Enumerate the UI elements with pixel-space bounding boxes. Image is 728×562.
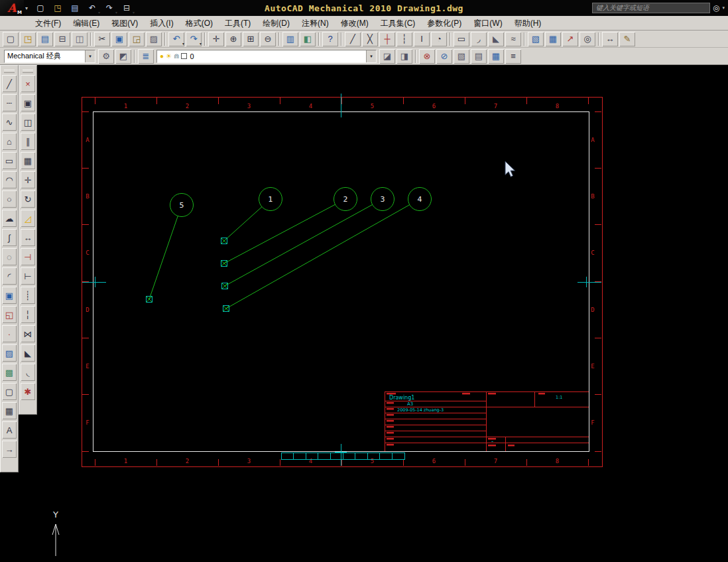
ellipse-arc-button[interactable]: ◜ — [2, 267, 17, 285]
undo-button[interactable]: ↶▾ — [168, 32, 184, 46]
menu-draw[interactable]: 绘制(D) — [257, 16, 296, 31]
mirror-button[interactable]: ◫ — [21, 113, 35, 131]
balloon-1[interactable]: 1 — [221, 188, 282, 244]
search-options-arrow-icon[interactable]: ▾ — [722, 5, 725, 11]
am-structure-button[interactable]: ▤ — [471, 49, 487, 64]
menu-view[interactable]: 视图(V) — [105, 16, 144, 31]
am-line-button[interactable]: ╱ — [345, 32, 361, 46]
layer-combo[interactable]: ● ☀ ⋒ 0 ▾ — [156, 50, 377, 63]
qat-undo-button[interactable]: ↶▾ — [84, 1, 100, 15]
balloon-2[interactable]: 2 — [221, 188, 357, 267]
am-leader-button[interactable]: ↗ — [562, 32, 578, 46]
design-center-button[interactable]: ◧ — [300, 32, 316, 46]
construction-line-button[interactable]: ┄ — [2, 94, 17, 111]
menu-file[interactable]: 文件(F) — [29, 16, 67, 31]
save-button[interactable]: ▤ — [37, 32, 53, 46]
break-button[interactable]: ╎ — [21, 306, 35, 323]
am-parts-list-button[interactable]: ▦ — [488, 49, 504, 64]
array-button[interactable]: ▦ — [21, 152, 35, 169]
layer-combo-arrow-icon[interactable]: ▾ — [366, 50, 376, 62]
am-symmetry-line-button[interactable]: ╳ — [362, 32, 378, 46]
qat-new-button[interactable]: ▢ — [32, 1, 48, 15]
am-rectangle-button[interactable]: ▭ — [454, 32, 469, 46]
workspace-combo[interactable]: Mechanical 经典 ▾ — [4, 50, 95, 63]
layer-freeze-icon[interactable]: ☀ — [166, 52, 172, 60]
polyline-button[interactable]: ∿ — [2, 113, 17, 131]
copy-button[interactable]: ▣ — [111, 32, 127, 46]
fillet-button[interactable]: ◟ — [21, 364, 35, 381]
rectangle-button[interactable]: ▭ — [2, 152, 17, 169]
workspace-combo-arrow-icon[interactable]: ▾ — [85, 50, 95, 62]
layer-properties-manager-button[interactable]: ≣ — [138, 49, 154, 64]
hatch-button[interactable]: ▨ — [2, 344, 17, 362]
zoom-realtime-button[interactable]: ⊕ — [225, 32, 241, 46]
am-construction-line-button[interactable]: ┆ — [396, 32, 412, 46]
move-button[interactable]: ✛ — [21, 171, 35, 188]
menu-edit[interactable]: 编辑(E) — [67, 16, 105, 31]
menu-format[interactable]: 格式(O) — [180, 16, 219, 31]
match-properties-button[interactable]: ▨ — [146, 32, 162, 46]
app-logo-button[interactable]: A M — [0, 0, 24, 16]
plot-preview-button[interactable]: ◫ — [72, 32, 88, 46]
ellipse-button[interactable]: ◌ — [2, 248, 17, 265]
workspace-settings-button[interactable]: ⚙ — [98, 49, 114, 64]
pan-button[interactable]: ✛ — [208, 32, 224, 46]
new-button[interactable]: ▢ — [3, 32, 19, 46]
am-power-dimension-button[interactable]: ↔ — [602, 32, 618, 46]
menu-window[interactable]: 窗口(W) — [467, 16, 508, 31]
help-button[interactable]: ? — [322, 32, 338, 46]
arc-button[interactable]: ◠ — [2, 171, 17, 188]
join-button[interactable]: ⋈ — [21, 325, 35, 342]
chamfer-button[interactable]: ◣ — [21, 344, 35, 362]
balloon-5[interactable]: 5 — [147, 194, 194, 303]
make-block-button[interactable]: ◱ — [2, 306, 17, 323]
am-chamfer-button[interactable]: ◣ — [488, 32, 504, 46]
balloon-3[interactable]: 3 — [222, 188, 394, 289]
workspace-save-button[interactable]: ◩ — [115, 49, 131, 64]
point-button[interactable]: ∙ — [2, 325, 17, 342]
zoom-previous-button[interactable]: ⊖ — [260, 32, 276, 46]
layer-color-swatch[interactable] — [181, 53, 187, 59]
layer-lock-icon[interactable]: ⋒ — [174, 52, 179, 60]
am-hatch-ansi37-button[interactable]: ▦ — [545, 32, 561, 46]
revision-cloud-button[interactable]: ☁ — [2, 210, 17, 227]
menu-tools[interactable]: 工具(T) — [219, 16, 257, 31]
menu-content[interactable]: 工具集(C) — [375, 16, 422, 31]
menu-insert[interactable]: 插入(I) — [144, 16, 179, 31]
am-mechanical-options-button[interactable]: ⊗ — [419, 49, 435, 64]
scale-button[interactable]: ◿ — [21, 210, 35, 227]
region-button[interactable]: ▢ — [2, 383, 17, 400]
menu-parametric[interactable]: 参数化(P) — [421, 16, 467, 31]
redo-button[interactable]: ↷▾ — [186, 32, 202, 46]
gradient-button[interactable]: ▩ — [2, 364, 17, 381]
table-button[interactable]: ▦ — [2, 402, 17, 419]
am-bom-button[interactable]: ≡ — [505, 49, 521, 64]
erase-button[interactable]: × — [21, 75, 35, 92]
plot-button[interactable]: ⊟ — [54, 32, 70, 46]
am-thread-button[interactable]: ≈ — [505, 32, 521, 46]
zoom-window-button[interactable]: ⊞ — [243, 32, 259, 46]
app-menu-arrow-icon[interactable]: ▾ — [25, 5, 28, 11]
drawing-area[interactable]: 1122334455667788AABBCCDDEEFF 51234 Drawi… — [0, 65, 728, 562]
circle-button[interactable]: ○ — [2, 190, 17, 208]
balloon-4[interactable]: 4 — [223, 188, 432, 312]
offset-button[interactable]: ∥ — [21, 133, 35, 150]
copy-object-button[interactable]: ▣ — [21, 94, 35, 111]
am-section-line-button[interactable]: I — [414, 32, 430, 46]
cut-button[interactable]: ✂ — [94, 32, 110, 46]
search-input[interactable]: 键入关键字或短语 — [592, 3, 710, 13]
am-detail-button[interactable]: ◔ — [431, 32, 447, 46]
am-centerline-button[interactable]: ┼ — [379, 32, 395, 46]
properties-button[interactable]: ▥ — [282, 32, 298, 46]
menu-help[interactable]: 帮助(H) — [509, 16, 548, 31]
extend-button[interactable]: ⊢ — [21, 267, 35, 285]
am-hatch-ansi31-button[interactable]: ▧ — [528, 32, 544, 46]
am-layer-control-button[interactable]: ⊘ — [436, 49, 452, 64]
qat-save-button[interactable]: ▤ — [67, 1, 83, 15]
trim-button[interactable]: ⊣ — [21, 248, 35, 265]
qat-plot-button[interactable]: ⊟▾ — [119, 1, 135, 15]
menu-annotate[interactable]: 注释(N) — [296, 16, 335, 31]
am-fillet-button[interactable]: ◞ — [471, 32, 487, 46]
stretch-button[interactable]: ↔ — [21, 229, 35, 246]
polygon-button[interactable]: ⌂ — [2, 133, 17, 150]
